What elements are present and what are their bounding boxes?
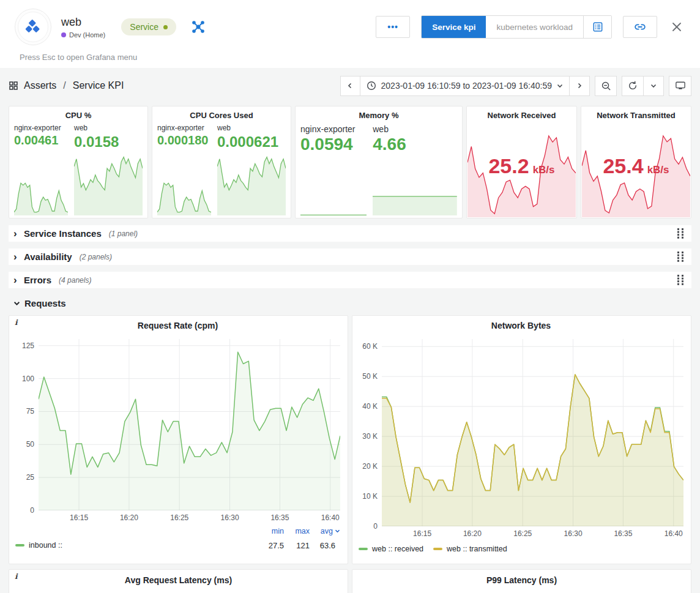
stat-label: web bbox=[217, 124, 286, 133]
tab-kubernetes-workload[interactable]: kubernetes workload bbox=[486, 16, 583, 38]
drag-handle-icon[interactable] bbox=[675, 227, 687, 240]
series-min-value: 27.5 bbox=[258, 541, 284, 550]
panel-network-received: Network Received 25.2 kB/s bbox=[466, 106, 577, 218]
breadcrumb-separator: / bbox=[62, 80, 67, 91]
panel-request-rate: i Request Rate (cpm) 0255075100125 16:15… bbox=[9, 315, 348, 564]
zoom-out-icon bbox=[601, 81, 611, 91]
refresh-button[interactable] bbox=[622, 76, 644, 96]
y-tick-label: 75 bbox=[26, 407, 34, 416]
row-panel-count: (2 panels) bbox=[80, 253, 112, 261]
row-requests-expanded[interactable]: Requests bbox=[13, 298, 691, 308]
x-tick-label: 16:35 bbox=[270, 513, 289, 522]
y-axis: 0255075100125 bbox=[15, 339, 39, 510]
row-availability[interactable]: › Availability (2 panels) bbox=[9, 248, 691, 265]
legend-stats-header: min max avg bbox=[15, 525, 340, 537]
zoom-out-button[interactable] bbox=[595, 76, 617, 96]
stat-label: web bbox=[74, 124, 143, 133]
series-avg-value: 63.6 bbox=[310, 541, 340, 550]
sparkline bbox=[74, 152, 143, 215]
legend-item-received[interactable]: web :: received bbox=[359, 545, 423, 553]
service-badge[interactable]: Service bbox=[121, 18, 176, 35]
chevron-right-icon: › bbox=[13, 275, 24, 285]
time-shift-back-button[interactable] bbox=[340, 76, 360, 96]
refresh-interval-dropdown[interactable] bbox=[644, 76, 664, 96]
panel-title[interactable]: P99 Latency (ms) bbox=[352, 575, 691, 585]
legend-item-transmitted[interactable]: web :: transmitted bbox=[433, 545, 507, 553]
more-button[interactable]: ••• bbox=[376, 16, 410, 38]
clock-icon bbox=[367, 81, 376, 91]
y-tick-label: 100 bbox=[22, 375, 34, 383]
legend-sort-max[interactable]: max bbox=[284, 527, 310, 535]
legend-sort-min[interactable]: min bbox=[258, 527, 284, 535]
tab-service-kpi[interactable]: Service kpi bbox=[422, 16, 486, 38]
app-header: web Dev (Home) Service ••• bbox=[0, 0, 700, 68]
kpi-stats-row: CPU % nginx-exporter 0.00461 web 0.0158 … bbox=[9, 106, 691, 218]
drag-handle-icon[interactable] bbox=[675, 250, 687, 263]
sparkline bbox=[14, 180, 68, 215]
panel-network-transmitted: Network Transmitted 25.4 kB/s bbox=[581, 106, 691, 218]
breadcrumb-root[interactable]: Asserts bbox=[24, 80, 56, 91]
y-tick-label: 30 K bbox=[362, 432, 378, 441]
stat-value: 0.000180 bbox=[157, 133, 211, 147]
stat-unit: kB/s bbox=[647, 164, 669, 176]
chart-plot-area[interactable] bbox=[39, 339, 340, 510]
entity-title: web bbox=[61, 16, 105, 29]
x-axis: 16:1516:2016:2516:3016:3516:40 bbox=[39, 510, 340, 525]
dashboard-toolbar: Asserts / Service KPI 2023-01-09 16:10:5… bbox=[9, 73, 691, 99]
x-tick-label: 16:15 bbox=[413, 529, 431, 538]
dashboard-list-button[interactable] bbox=[583, 16, 611, 38]
legend-sort-avg[interactable]: avg bbox=[310, 527, 340, 535]
stat-unit: kB/s bbox=[533, 164, 555, 176]
row-panel-count: (4 panels) bbox=[59, 276, 91, 285]
y-tick-label: 50 bbox=[26, 440, 34, 449]
drag-handle-icon[interactable] bbox=[675, 274, 687, 286]
sparkline bbox=[157, 180, 211, 215]
panel-title[interactable]: Network Bytes bbox=[359, 321, 683, 330]
time-range-text: 2023-01-09 16:10:59 to 2023-01-09 16:40:… bbox=[381, 81, 552, 91]
x-tick-label: 16:40 bbox=[321, 513, 340, 522]
chart-legend: web :: received web :: transmitted bbox=[359, 541, 683, 557]
topology-button[interactable] bbox=[190, 18, 207, 35]
y-tick-label: 60 K bbox=[362, 342, 378, 351]
row-service-instances[interactable]: › Service Instances (1 panel) bbox=[9, 225, 691, 242]
stat-value: 0.0594 bbox=[300, 135, 367, 154]
series-swatch bbox=[359, 548, 368, 550]
share-link-button[interactable] bbox=[623, 16, 657, 38]
y-tick-label: 0 bbox=[373, 522, 378, 531]
series-swatch bbox=[433, 548, 442, 550]
service-logo bbox=[15, 9, 51, 45]
panel-title[interactable]: Request Rate (cpm) bbox=[15, 321, 340, 330]
y-tick-label: 20 K bbox=[362, 462, 378, 471]
x-tick-label: 16:35 bbox=[614, 529, 632, 538]
x-axis: 16:1516:2016:2516:3016:3516:40 bbox=[382, 526, 683, 541]
panel-title: Memory % bbox=[300, 111, 457, 120]
cubes-icon bbox=[24, 18, 42, 36]
x-tick-label: 16:15 bbox=[70, 513, 88, 522]
panel-title[interactable]: Avg Request Latency (ms) bbox=[9, 575, 348, 585]
close-button[interactable] bbox=[668, 18, 685, 35]
panel-info-icon[interactable]: i bbox=[15, 318, 18, 327]
series-swatch bbox=[15, 544, 24, 546]
stat-label: nginx-exporter bbox=[300, 124, 367, 135]
legend-item-inbound[interactable]: inbound :: bbox=[15, 541, 62, 550]
row-title: Availability bbox=[24, 252, 72, 262]
close-icon bbox=[671, 21, 683, 33]
breadcrumb[interactable]: Asserts / Service KPI bbox=[9, 80, 124, 91]
stat-label: web bbox=[373, 124, 457, 135]
tv-monitor-icon bbox=[675, 81, 686, 91]
panel-info-icon[interactable]: i bbox=[15, 572, 18, 581]
y-tick-label: 25 bbox=[26, 473, 34, 482]
chevron-right-icon: › bbox=[13, 228, 24, 239]
time-shift-forward-button[interactable] bbox=[570, 76, 590, 96]
y-tick-label: 50 K bbox=[362, 372, 378, 381]
chevron-right-icon: › bbox=[13, 252, 24, 262]
panel-memory-percent: Memory % nginx-exporter 0.0594 web 4.66 bbox=[295, 106, 463, 218]
tv-mode-button[interactable] bbox=[669, 76, 691, 96]
chart-plot-area[interactable] bbox=[382, 339, 683, 526]
panel-title: Network Received bbox=[472, 111, 572, 120]
y-tick-label: 40 K bbox=[362, 402, 378, 411]
panel-network-bytes: Network Bytes 010 K20 K30 K40 K50 K60 K … bbox=[352, 315, 691, 564]
dashboard-list-icon bbox=[592, 21, 604, 33]
row-errors[interactable]: › Errors (4 panels) bbox=[9, 272, 691, 288]
time-range-picker[interactable]: 2023-01-09 16:10:59 to 2023-01-09 16:40:… bbox=[360, 76, 570, 96]
